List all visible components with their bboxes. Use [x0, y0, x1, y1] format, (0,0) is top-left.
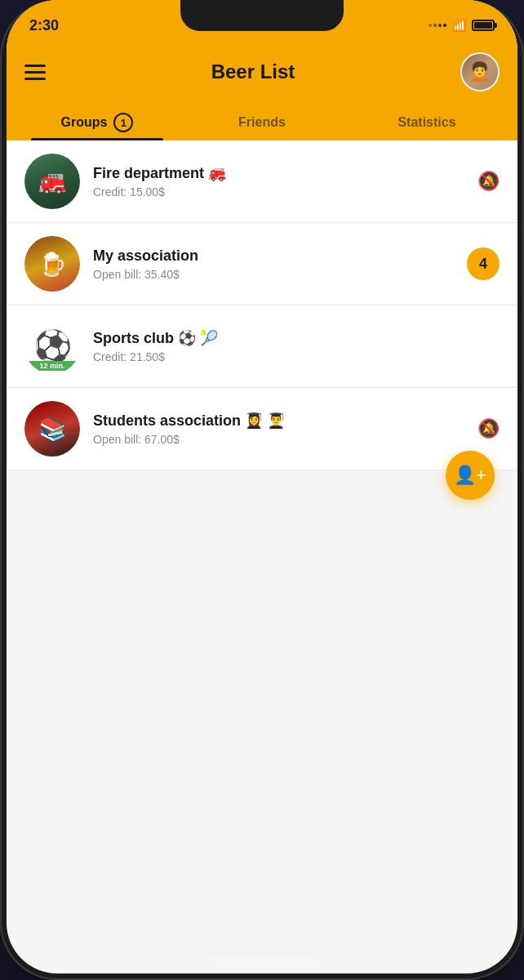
group-action-badge[interactable]: 4: [467, 247, 500, 280]
group-avatar-fire: [24, 154, 80, 209]
add-group-fab-button[interactable]: 👤+: [446, 451, 495, 500]
signal-icon: [429, 24, 446, 27]
list-item[interactable]: Fire department 🚒 Credit: 15.00$ 🔕: [7, 140, 517, 223]
header-main: Beer List 🧑‍🦱: [7, 42, 517, 103]
content-area: Fire department 🚒 Credit: 15.00$ 🔕 My as…: [7, 140, 517, 549]
list-item[interactable]: ⚽ 12 min. Sports club ⚽ 🎾 Credit: 21.50$: [7, 305, 517, 388]
bell-muted-icon: 🔕: [477, 170, 500, 193]
status-time: 2:30: [29, 17, 59, 34]
hamburger-menu-button[interactable]: [24, 65, 46, 80]
phone-frame: 2:30 📶 Beer List: [0, 0, 524, 980]
tab-groups-badge: 1: [113, 113, 133, 132]
tab-statistics-label: Statistics: [397, 115, 455, 130]
group-name: Students association 👩‍🎓 👨‍🎓: [93, 412, 464, 430]
group-name: Sports club ⚽ 🎾: [93, 329, 486, 347]
group-sub: Credit: 21.50$: [93, 350, 486, 363]
group-avatar-sports: ⚽ 12 min.: [24, 318, 80, 374]
group-action-bell[interactable]: 🔕: [477, 417, 500, 440]
tab-groups[interactable]: Groups 1: [15, 103, 180, 140]
group-info: My association Open bill: 35.40$: [93, 247, 454, 281]
notification-count-badge: 4: [467, 247, 500, 280]
tab-statistics[interactable]: Statistics: [344, 103, 509, 140]
list-item[interactable]: Students association 👩‍🎓 👨‍🎓 Open bill: …: [7, 388, 517, 470]
tab-friends[interactable]: Friends: [180, 103, 344, 140]
tab-friends-label: Friends: [238, 115, 286, 130]
tab-groups-label: Groups: [61, 115, 108, 130]
group-sub: Open bill: 67.00$: [93, 433, 464, 446]
group-info: Students association 👩‍🎓 👨‍🎓 Open bill: …: [93, 412, 464, 446]
bell-muted-icon: 🔕: [477, 417, 500, 440]
group-avatar-students: [24, 401, 80, 457]
list-item[interactable]: My association Open bill: 35.40$ 4: [7, 223, 517, 305]
tabs-bar: Groups 1 Friends Statistics: [7, 103, 517, 140]
time-badge: 12 min.: [24, 361, 80, 371]
group-avatar-association: [24, 236, 80, 292]
notch: [180, 0, 344, 31]
group-name: My association: [93, 247, 454, 265]
add-user-icon: 👤+: [454, 465, 486, 486]
groups-list: Fire department 🚒 Credit: 15.00$ 🔕 My as…: [7, 140, 517, 470]
battery-icon: [472, 20, 495, 31]
group-info: Fire department 🚒 Credit: 15.00$: [93, 164, 464, 198]
group-action-bell[interactable]: 🔕: [477, 170, 500, 193]
screen: 2:30 📶 Beer List: [7, 0, 517, 973]
user-avatar-button[interactable]: 🧑‍🦱: [460, 52, 500, 91]
user-avatar: 🧑‍🦱: [462, 54, 498, 90]
home-indicator: [205, 958, 319, 962]
group-sub: Open bill: 35.40$: [93, 268, 454, 281]
status-icons: 📶: [429, 18, 495, 33]
group-name: Fire department 🚒: [93, 164, 464, 182]
group-sub: Credit: 15.00$: [93, 185, 464, 198]
group-info: Sports club ⚽ 🎾 Credit: 21.50$: [93, 329, 486, 363]
page-title: Beer List: [211, 60, 295, 83]
wifi-icon: 📶: [451, 18, 467, 33]
